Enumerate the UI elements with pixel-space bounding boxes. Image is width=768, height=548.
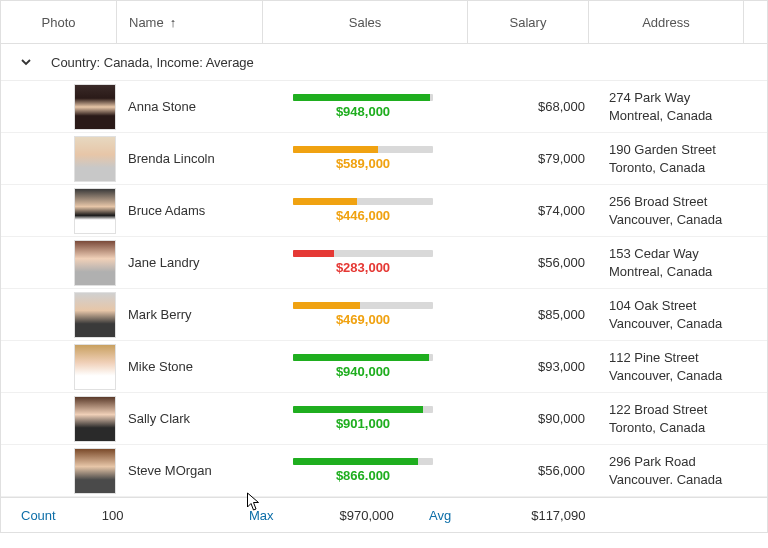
address-line-1: 190 Garden Street [609,141,716,159]
cell-address: 112 Pine StreetVancouver, Canada [597,349,763,384]
cell-name: Bruce Adams [116,203,261,218]
cell-name: Sally Clark [116,411,261,426]
salary-value: $68,000 [538,99,585,114]
footer-count-label: Count [21,508,56,523]
cell-sales: $469,000 [261,302,465,327]
sales-bar-fill [293,146,378,153]
salary-value: $90,000 [538,411,585,426]
avatar [74,84,116,130]
sales-value: $469,000 [336,312,390,327]
column-header-row: Photo Name ↑ Sales Salary Address [1,1,767,44]
cell-name: Anna Stone [116,99,261,114]
table-row[interactable]: Mark Berry$469,000$85,000104 Oak StreetV… [1,289,767,341]
avatar [74,344,116,390]
column-header-name[interactable]: Name ↑ [117,1,263,43]
cell-sales: $283,000 [261,250,465,275]
cell-name: Mark Berry [116,307,261,322]
cell-sales: $866.000 [261,458,465,483]
cell-salary: $74,000 [465,203,597,218]
sales-value: $446,000 [336,208,390,223]
employee-name: Mark Berry [128,307,192,322]
column-header-blank [744,1,767,43]
column-header-salary[interactable]: Salary [468,1,589,43]
footer-max-value: $970,000 [340,508,394,523]
column-header-photo[interactable]: Photo [1,1,117,43]
sales-bar-fill [293,354,429,361]
sales-value: $940,000 [336,364,390,379]
table-row[interactable]: Jane Landry$283,000$56,000153 Cedar WayM… [1,237,767,289]
summary-footer: Count 100 Max $970,000 Avg $117,090 [1,497,767,532]
employee-name: Bruce Adams [128,203,205,218]
sales-bar-track [293,354,433,361]
footer-avg-value: $117,090 [531,508,585,523]
cell-name: Jane Landry [116,255,261,270]
cell-address: 274 Park WayMontreal, Canada [597,89,763,124]
employee-name: Jane Landry [128,255,200,270]
sales-bar-track [293,250,433,257]
employee-name: Sally Clark [128,411,190,426]
cell-salary: $93,000 [465,359,597,374]
sales-bar-fill [293,250,334,257]
cell-photo [1,84,116,130]
address-line-1: 296 Park Road [609,453,696,471]
grid-body: Anna Stone$948,000$68,000274 Park WayMon… [1,81,767,497]
table-row[interactable]: Steve MOrgan$866.000$56,000296 Park Road… [1,445,767,497]
group-header-row[interactable]: Country: Canada, Income: Average [1,44,767,81]
cell-salary: $90,000 [465,411,597,426]
cell-name: Brenda Lincoln [116,151,261,166]
address-line-2: Montreal, Canada [609,263,712,281]
cell-address: 104 Oak StreetVancouver, Canada [597,297,763,332]
cell-photo [1,344,116,390]
cell-address: 296 Park RoadVancouver. Canada [597,453,763,488]
cell-salary: $85,000 [465,307,597,322]
address-line-2: Vancouver. Canada [609,471,722,489]
cell-salary: $56,000 [465,463,597,478]
cell-photo [1,448,116,494]
avatar [74,396,116,442]
salary-value: $74,000 [538,203,585,218]
sales-value: $901,000 [336,416,390,431]
salary-value: $56,000 [538,255,585,270]
footer-count-value: 100 [102,508,124,523]
salary-value: $56,000 [538,463,585,478]
sales-bar-track [293,198,433,205]
cell-photo [1,240,116,286]
column-header-name-label: Name [129,15,164,30]
cell-sales: $948,000 [261,94,465,119]
cell-address: 153 Cedar WayMontreal, Canada [597,245,763,280]
cell-name: Mike Stone [116,359,261,374]
sales-bar-fill [293,94,430,101]
sales-value: $589,000 [336,156,390,171]
table-row[interactable]: Sally Clark$901,000$90,000122 Broad Stre… [1,393,767,445]
chevron-down-icon[interactable] [19,55,33,69]
cell-address: 256 Broad StreetVancouver, Canada [597,193,763,228]
employee-name: Anna Stone [128,99,196,114]
sales-bar-fill [293,458,418,465]
sales-value: $948,000 [336,104,390,119]
avatar [74,188,116,234]
table-row[interactable]: Anna Stone$948,000$68,000274 Park WayMon… [1,81,767,133]
sales-bar-track [293,146,433,153]
employee-name: Mike Stone [128,359,193,374]
table-row[interactable]: Mike Stone$940,000$93,000112 Pine Street… [1,341,767,393]
sales-bar-track [293,458,433,465]
cell-sales: $446,000 [261,198,465,223]
table-row[interactable]: Brenda Lincoln$589,000$79,000190 Garden … [1,133,767,185]
sales-bar-fill [293,406,423,413]
address-line-1: 112 Pine Street [609,349,699,367]
sales-bar-track [293,302,433,309]
employee-name: Brenda Lincoln [128,151,215,166]
cell-photo [1,188,116,234]
footer-avg-label: Avg [429,508,451,523]
address-line-2: Vancouver, Canada [609,367,722,385]
data-grid: Photo Name ↑ Sales Salary Address Countr… [0,0,768,533]
sales-value: $866.000 [336,468,390,483]
column-header-address[interactable]: Address [589,1,744,43]
column-header-sales[interactable]: Sales [263,1,468,43]
cell-address: 190 Garden StreetToronto, Canada [597,141,763,176]
address-line-2: Toronto, Canada [609,159,705,177]
cell-photo [1,396,116,442]
sales-value: $283,000 [336,260,390,275]
table-row[interactable]: Bruce Adams$446,000$74,000256 Broad Stre… [1,185,767,237]
sales-bar-track [293,94,433,101]
